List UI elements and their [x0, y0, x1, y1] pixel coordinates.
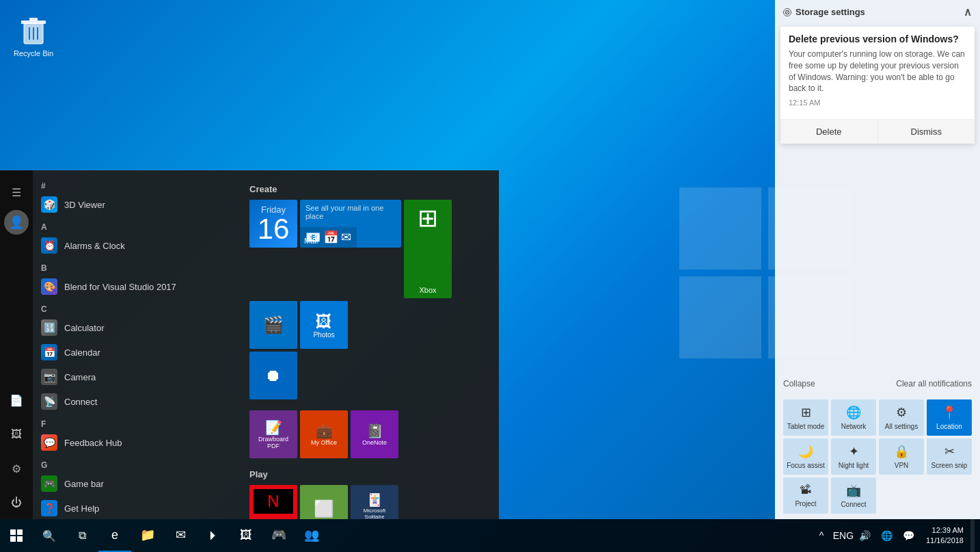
action-settings[interactable]: ⚙ All settings — [879, 399, 924, 436]
app-alarms-label: Alarms & Clock — [64, 241, 125, 251]
svg-rect-9 — [17, 536, 23, 542]
app-3dviewer-label: 3D Viewer — [64, 200, 105, 210]
search-button[interactable]: 🔍 — [33, 519, 66, 552]
create-tiles-row2: 📝 Drawboard PDF 💼 My Office 📓 OneNote — [249, 410, 488, 458]
task-view-button[interactable]: ⧉ — [66, 519, 98, 552]
app-blend[interactable]: 🎨 Blend for Visual Studio 2017 — [33, 274, 239, 299]
delete-btn[interactable]: Delete — [780, 120, 877, 144]
action-center-grid: ⊞ Tablet mode 🌐 Network ⚙ All settings 📍… — [775, 394, 980, 519]
group-c: C — [33, 302, 239, 315]
app-gamebar-label: Game bar — [64, 479, 104, 489]
tile-netflix[interactable]: N Netflix — [249, 485, 297, 519]
mail-tile-label: Mail — [304, 237, 318, 245]
notif-time: 12:15 AM — [789, 98, 966, 107]
documents-btn[interactable]: 📄 — [0, 384, 33, 417]
app-calendar[interactable]: 📅 Calendar — [33, 340, 239, 365]
tablet-mode-icon: ⊞ — [801, 405, 811, 420]
taskbar-clock[interactable]: 12:39 AM 11/16/2018 — [921, 525, 969, 547]
tile-onenote[interactable]: 📓 OneNote — [351, 410, 398, 458]
tile-date-num: 16 — [258, 215, 290, 244]
project-label: Project — [795, 500, 816, 508]
connect-action-label: Connect — [841, 501, 866, 508]
xbox-tile-label: Xbox — [419, 286, 436, 294]
app-feedback[interactable]: 💬 Feedback Hub — [33, 430, 239, 455]
tray-network[interactable]: 🌐 — [877, 519, 897, 552]
action-location[interactable]: 📍 Location — [927, 399, 972, 436]
hamburger-menu-btn[interactable]: ☰ — [0, 176, 33, 209]
create-section-header: Create — [249, 184, 488, 194]
svg-rect-8 — [10, 536, 16, 542]
nightlight-icon: ✦ — [849, 444, 859, 459]
taskbar-media[interactable]: ⏵ — [197, 519, 230, 552]
tray-action-center[interactable]: 💬 — [899, 519, 919, 552]
taskbar-edge[interactable]: e — [98, 519, 131, 552]
notif-actions: Delete Dismiss — [780, 119, 975, 144]
tile-drawboard[interactable]: 📝 Drawboard PDF — [249, 410, 297, 458]
power-btn[interactable]: ⏻ — [0, 486, 33, 519]
task-view-icon: ⧉ — [79, 529, 86, 542]
action-connect[interactable]: 📺 Connect — [831, 477, 876, 514]
tile-media2[interactable]: ⏺ — [249, 352, 297, 399]
taskbar-xbox[interactable]: 🎮 — [262, 519, 295, 552]
app-calculator[interactable]: 🔢 Calculator — [33, 315, 239, 340]
tile-photos[interactable]: 🖼 Photos — [300, 301, 348, 349]
taskbar-mail[interactable]: ✉ — [164, 519, 197, 552]
app-connect[interactable]: 📡 Connect — [33, 389, 239, 414]
screensnip-label: Screen snip — [931, 462, 968, 469]
action-network[interactable]: 🌐 Network — [831, 399, 876, 436]
taskbar-explorer[interactable]: 📁 — [131, 519, 164, 552]
user-avatar[interactable]: 👤 — [4, 210, 29, 235]
vpn-label: VPN — [895, 462, 909, 469]
app-3dviewer[interactable]: 🎲 3D Viewer — [33, 192, 239, 217]
tile-media1[interactable]: 🎬 — [249, 301, 297, 349]
tile-myoffice[interactable]: 💼 My Office — [300, 410, 348, 458]
settings-btn[interactable]: ⚙ — [0, 452, 33, 485]
tablet-mode-label: Tablet mode — [787, 423, 824, 430]
app-gethelp-label: Get Help — [64, 503, 99, 514]
collapse-all-btn[interactable]: Collapse — [783, 379, 815, 389]
notification-card: Delete previous version of Windows? Your… — [780, 27, 975, 144]
action-tablet-mode[interactable]: ⊞ Tablet mode — [783, 399, 828, 436]
app-alarms[interactable]: ⏰ Alarms & Clock — [33, 233, 239, 258]
notif-footer: Collapse Clear all notifications — [775, 373, 980, 394]
action-project[interactable]: 📽 Project — [783, 477, 828, 514]
tile-solitaire[interactable]: 🃏 Microsoft Solitaire Collection — [351, 485, 398, 519]
action-focus[interactable]: 🌙 Focus assist — [783, 438, 828, 475]
dismiss-btn[interactable]: Dismiss — [877, 120, 975, 144]
start-button[interactable] — [0, 519, 33, 552]
app-connect-label: Connect — [64, 397, 97, 407]
tile-mail[interactable]: See all your mail in one place 📧 📅 ✉ Mai… — [300, 200, 401, 248]
app-gamebar[interactable]: 🎮 Game bar — [33, 471, 239, 496]
app-gethelp[interactable]: ❓ Get Help — [33, 496, 239, 519]
tile-minecraft[interactable]: ⬜ Minecraft — [300, 485, 348, 519]
tile-xbox[interactable]: ⊞ Xbox — [404, 200, 452, 298]
connect-icon: 📺 — [846, 483, 861, 498]
time-display: 12:39 AM — [926, 525, 964, 536]
action-screensnip[interactable]: ✂ Screen snip — [927, 438, 972, 475]
group-f: F — [33, 417, 239, 430]
project-icon: 📽 — [800, 483, 812, 497]
recycle-bin[interactable]: Recycle Bin — [14, 14, 53, 57]
action-vpn[interactable]: 🔒 VPN — [879, 438, 924, 475]
collapse-btn[interactable]: ∧ — [964, 5, 972, 18]
taskbar-photos[interactable]: 🖼 — [230, 519, 262, 552]
tray-language[interactable]: ENG — [833, 519, 854, 552]
focus-label: Focus assist — [787, 462, 825, 469]
pictures-btn[interactable]: 🖼 — [0, 418, 33, 451]
app-camera[interactable]: 📷 Camera — [33, 365, 239, 389]
clear-all-btn[interactable]: Clear all notifications — [896, 379, 972, 389]
taskbar-people[interactable]: 👥 — [295, 519, 328, 552]
group-b: B — [33, 261, 239, 274]
tray-volume[interactable]: 🔊 — [855, 519, 875, 552]
network-icon: 🌐 — [846, 405, 861, 420]
tray-chevron[interactable]: ^ — [811, 519, 832, 552]
notif-question: Delete previous version of Windows? — [789, 34, 966, 44]
storage-icon: ⊙ — [783, 8, 791, 16]
group-hash: # — [33, 179, 239, 192]
action-nightlight[interactable]: ✦ Night light — [831, 438, 876, 475]
vpn-icon: 🔒 — [894, 444, 909, 459]
show-desktop[interactable] — [970, 519, 975, 552]
tile-date[interactable]: Friday 16 — [249, 200, 297, 248]
start-tiles: Create Friday 16 See all your mail in on… — [239, 170, 499, 519]
desktop: Recycle Bin ☰ 👤 📄 🖼 ⚙ ⏻ # 🎲 — [0, 0, 980, 552]
